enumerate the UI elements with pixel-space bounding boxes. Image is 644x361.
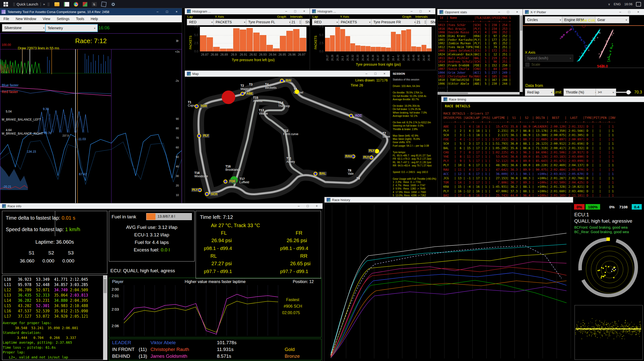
- laptimes-scrollbar[interactable]: ˄: [103, 276, 107, 360]
- cube-app-icon[interactable]: [83, 2, 87, 7]
- session-stat-line: Gear shifts: 879: [393, 141, 437, 144]
- menu-item-settings[interactable]: Settings: [57, 17, 69, 21]
- race-details-table[interactable]: RACE DETAILS - Drivers 17DRIVER|POS |GAI…: [441, 108, 644, 197]
- maximize-button[interactable]: □: [625, 9, 633, 15]
- s3-value: 0.000: [62, 258, 74, 264]
- histogram-fr-window: Histogram ... –□× Lap Y Axis Graph Inter…: [310, 8, 435, 70]
- driver-marker[interactable]: [295, 89, 299, 94]
- show-button[interactable]: Show: [301, 19, 310, 25]
- close-button[interactable]: ×: [513, 9, 521, 15]
- driver-marker[interactable]: [195, 104, 199, 108]
- notification-icon[interactable]: [636, 2, 641, 7]
- minimize-button[interactable]: –: [616, 9, 624, 15]
- driver-marker[interactable]: [198, 188, 202, 192]
- data-from-select[interactable]: Red lap▾: [525, 88, 554, 96]
- driver-tla-label: PLY: [191, 188, 198, 192]
- close-button[interactable]: ×: [381, 71, 388, 76]
- tray-language[interactable]: ENG: [614, 2, 621, 6]
- minimize-button[interactable]: –: [154, 9, 161, 15]
- track-select[interactable]: Silverstone▾: [2, 24, 47, 32]
- view-select[interactable]: Telemetry▾: [45, 24, 98, 32]
- folder-icon[interactable]: [54, 2, 59, 6]
- limit-slider[interactable]: [614, 92, 631, 93]
- maximize-button[interactable]: □: [372, 71, 379, 76]
- slider-thumb[interactable]: [626, 90, 631, 95]
- plot-mode-select[interactable]: Circles▾: [525, 16, 563, 23]
- menu-item-file[interactable]: File: [4, 17, 9, 21]
- intervals-spinner[interactable]: 21▲▼: [415, 19, 427, 25]
- quick-launch-expand[interactable]: »: [43, 2, 45, 6]
- lap-select[interactable]: RED▾: [187, 19, 215, 25]
- quick-launch-label[interactable]: Quick Launch: [17, 2, 38, 6]
- histogram-bar: [247, 28, 253, 51]
- y-axis-tick: 80: [176, 127, 179, 130]
- yaxis-select[interactable]: PACKETS▾: [339, 19, 373, 25]
- graph-select[interactable]: Tyre Pressure FR▾: [371, 19, 418, 25]
- steam-icon[interactable]: [111, 2, 115, 7]
- minimize-button[interactable]: –: [282, 9, 290, 14]
- maximize-button[interactable]: □: [163, 9, 171, 15]
- driver-marker[interactable]: [240, 92, 245, 96]
- leader-gap: 101.778s: [217, 340, 236, 345]
- driver-marker[interactable]: [375, 149, 379, 153]
- close-button[interactable]: ×: [300, 9, 308, 14]
- maximize-button[interactable]: □: [504, 9, 512, 15]
- telemetry-graph-area[interactable]: Race: 7:12 »: [0, 33, 182, 203]
- close-button[interactable]: ×: [634, 9, 642, 15]
- horse-app-icon[interactable]: ♞: [92, 2, 97, 7]
- expand-button[interactable]: »: [176, 38, 179, 43]
- intervals-spinner[interactable]: 21▲▼: [290, 19, 302, 25]
- limit-metric-select[interactable]: Throttle (%)▾: [563, 88, 599, 96]
- histogram-plot[interactable]: [200, 27, 306, 51]
- driver-marker[interactable]: [280, 79, 284, 83]
- start-button[interactable]: [0, 0, 12, 8]
- vertical-scrollbar[interactable]: [520, 15, 523, 92]
- graph-select[interactable]: Tyre Pressure FL▾: [246, 19, 293, 25]
- tray-clock[interactable]: 16:06: [624, 2, 632, 6]
- maximize-button[interactable]: □: [291, 9, 299, 14]
- close-button[interactable]: ×: [313, 203, 320, 209]
- limit-op-select[interactable]: >=▾: [596, 88, 616, 96]
- driver-marker[interactable]: [205, 192, 209, 196]
- menu-item-tools[interactable]: Tools: [76, 17, 84, 21]
- minimize-button[interactable]: –: [363, 71, 370, 76]
- player-laptime-chart[interactable]: [123, 285, 281, 336]
- menu-item-view[interactable]: View: [43, 17, 50, 21]
- color-metric-select[interactable]: Gear▾: [595, 16, 629, 23]
- x-axis-tick: 26.97: [297, 53, 306, 56]
- notepad-icon[interactable]: [64, 2, 69, 7]
- driver-marker[interactable]: [349, 114, 353, 118]
- driver-marker[interactable]: [223, 179, 227, 184]
- minimize-button[interactable]: –: [495, 9, 503, 15]
- driver-marker[interactable]: [197, 134, 201, 138]
- close-button[interactable]: ×: [426, 9, 433, 14]
- session-stat-line: [393, 88, 437, 91]
- trace-label: M_BRAKE_BALANCE_RIGHT: [2, 132, 43, 135]
- laptimes-box[interactable]: L10 36.923 53.349 41.771 2:12.045L11 95.…: [2, 275, 107, 360]
- driver-marker[interactable]: [313, 172, 317, 176]
- wire-cube-app-icon[interactable]: [101, 1, 107, 7]
- minimize-button[interactable]: –: [295, 203, 302, 209]
- minimize-button[interactable]: –: [408, 9, 415, 14]
- show-button[interactable]: Show: [426, 19, 435, 25]
- close-button[interactable]: ×: [173, 9, 180, 15]
- xy-plotter-window: X-Y Plotter –□× Circles▾ Engine RPM Line…: [523, 9, 644, 96]
- scale-checkbox[interactable]: [525, 63, 529, 67]
- histogram-plot[interactable]: [325, 27, 432, 51]
- horizontal-scrollbar[interactable]: [437, 92, 520, 95]
- x-axis-title: Tyre pressure front left (psi): [200, 58, 306, 62]
- menu-item-new-window[interactable]: New Window: [16, 17, 36, 21]
- maximize-button[interactable]: □: [304, 203, 311, 209]
- x-axis-select[interactable]: Speed (km/h)▾: [525, 55, 573, 62]
- race-history-chart[interactable]: [325, 203, 573, 361]
- y-axis-tick: 50: [176, 155, 179, 158]
- chrome-icon[interactable]: [74, 2, 78, 7]
- avg-fuel-line: AVG Fuel use: 3.12 l/lap: [109, 224, 194, 231]
- menu-item-help[interactable]: Help: [91, 17, 98, 21]
- tray-chevron-icon[interactable]: ∨: [608, 3, 610, 6]
- yaxis-select[interactable]: PACKETS▾: [213, 19, 248, 25]
- lap-select[interactable]: RED▾: [312, 19, 340, 25]
- driver-marker[interactable]: [369, 155, 373, 159]
- maximize-button[interactable]: □: [417, 9, 424, 14]
- opponent-table[interactable]: Id | Name |TLA|GEAR|SPEED|MAX-S-----+---…: [437, 15, 523, 94]
